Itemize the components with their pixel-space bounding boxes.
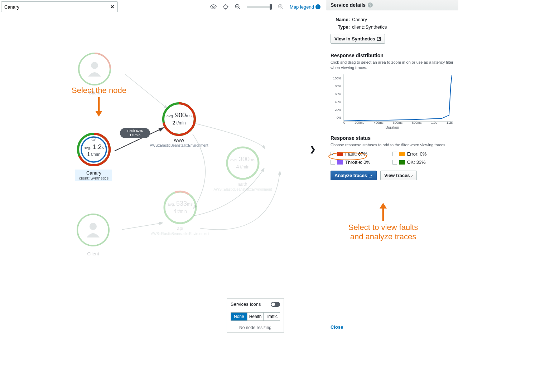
svg-point-1 <box>224 5 228 9</box>
svg-text:AWS::ElasticBeanstalk::Environ: AWS::ElasticBeanstalk::Environment <box>150 143 208 147</box>
zoom-slider-thumb[interactable] <box>270 4 272 10</box>
svg-text:Canary: Canary <box>86 170 101 176</box>
resp-dist-sub: Click and drag to select an area to zoom… <box>331 60 454 71</box>
svg-text:AWS::ElasticBeanstalk::Environ: AWS::ElasticBeanstalk::Environment <box>151 232 209 236</box>
fault-checkbox[interactable] <box>331 152 335 156</box>
svg-line-13 <box>125 74 168 109</box>
error-swatch <box>399 152 405 156</box>
zoom-in-icon[interactable] <box>278 4 284 10</box>
tool-icons: Map legend i <box>210 4 324 10</box>
analyze-traces-button[interactable]: Analyze traces <box>331 171 377 180</box>
chart-icon <box>368 173 373 178</box>
zoom-slider[interactable] <box>247 6 272 8</box>
ok-checkbox[interactable] <box>392 160 397 165</box>
svg-text:Client: Client <box>87 251 99 256</box>
eye-icon[interactable] <box>210 4 217 10</box>
chart-x-labels: 0200ms400ms600ms800ms1.0s1.2s <box>343 121 453 124</box>
close-panel-link[interactable]: Close <box>331 324 343 330</box>
resp-status-title: Response status <box>331 135 454 141</box>
search-box[interactable]: ✕ <box>1 1 118 12</box>
svg-text:Fault 67%: Fault 67% <box>127 129 143 133</box>
seg-traffic[interactable]: Traffic <box>264 313 280 320</box>
svg-point-45 <box>164 192 196 223</box>
svg-text:1 t/min: 1 t/min <box>87 151 100 157</box>
annotation-analyze-traces: Select to view faults and analyze traces <box>346 202 421 242</box>
svg-text:1 t/min: 1 t/min <box>130 133 141 137</box>
edge-fault-badge: Fault 67% 1 t/min <box>120 128 150 138</box>
node-canary[interactable]: avg. 1.2s 1 t/min Canary client::Synthet… <box>75 134 112 181</box>
svg-line-14 <box>122 223 163 230</box>
svg-line-8 <box>238 8 240 9</box>
info-icon: i <box>315 4 320 9</box>
svg-point-20 <box>91 62 98 69</box>
node-www[interactable]: avg. 900ms 2 t/min www AWS::ElasticBeans… <box>150 103 208 147</box>
resize-seg-control: None Health Traffic <box>231 312 280 321</box>
chevron-right-icon: › <box>411 173 413 178</box>
svg-text:4 t/min: 4 t/min <box>236 164 249 170</box>
throttle-swatch <box>337 160 343 165</box>
annotation-select-node: Select the node <box>72 86 126 118</box>
svg-text:client::Synthetics: client::Synthetics <box>79 176 109 180</box>
svg-point-30 <box>94 139 95 139</box>
svg-text:4 t/min: 4 t/min <box>173 208 187 214</box>
ok-swatch <box>399 160 405 165</box>
zoom-out-icon[interactable] <box>235 4 241 10</box>
svg-text:auth: auth <box>238 181 247 187</box>
target-icon[interactable] <box>222 4 229 10</box>
svg-point-23 <box>90 223 97 230</box>
status-fault[interactable]: Fault: 67% <box>331 151 392 157</box>
svg-point-0 <box>213 6 214 8</box>
name-value: Canary <box>352 17 367 22</box>
services-icons-title: Services Icons <box>231 302 261 307</box>
svg-text:2 t/min: 2 t/min <box>172 120 185 126</box>
resp-status-sub: Choose response statuses to add to the f… <box>331 142 454 148</box>
svg-point-40 <box>227 147 259 179</box>
svg-text:www: www <box>174 137 184 143</box>
side-expand-chevron-icon[interactable]: ❯ <box>310 145 316 153</box>
svg-line-12 <box>281 8 283 9</box>
services-icons-panel: Services Icons None Health Traffic No no… <box>227 298 284 333</box>
svg-text:AWS::ElasticBeanstalk::Environ: AWS::ElasticBeanstalk::Environment <box>213 187 272 191</box>
details-header: Service details ? <box>326 0 458 10</box>
resize-label: No node resizing <box>227 323 284 332</box>
seg-none[interactable]: None <box>231 313 247 320</box>
status-ok[interactable]: OK: 33% <box>392 160 454 165</box>
svg-text:api: api <box>177 226 183 231</box>
toolbar: ✕ Map legend i <box>1 1 324 13</box>
resp-dist-title: Response distribution <box>331 53 454 58</box>
fault-swatch <box>337 152 343 156</box>
external-link-icon <box>377 37 381 41</box>
map-legend-label: Map legend <box>290 4 314 10</box>
view-synthetics-button[interactable]: View in Synthetics <box>331 34 385 44</box>
services-icons-toggle[interactable] <box>271 302 280 307</box>
status-error[interactable]: Error: 0% <box>392 151 454 157</box>
type-value: client::Synthetics <box>352 24 387 30</box>
svg-point-29 <box>93 139 93 139</box>
status-throttle[interactable]: Throttle: 0% <box>331 160 392 165</box>
type-label: Type: <box>331 24 350 30</box>
response-distribution-chart[interactable]: 100%80%60%40%20%0% 0200ms400ms600ms800ms… <box>331 74 454 128</box>
view-traces-button[interactable]: View traces › <box>380 171 417 180</box>
search-input[interactable] <box>4 4 110 10</box>
help-icon[interactable]: ? <box>368 3 373 8</box>
chart-y-labels: 100%80%60%40%20%0% <box>331 74 343 122</box>
chart-x-title: Duration <box>331 126 454 129</box>
node-client-bottom[interactable]: Client <box>77 214 109 256</box>
name-label: Name: <box>331 17 350 22</box>
throttle-checkbox[interactable] <box>331 160 335 165</box>
details-title: Service details <box>331 2 366 8</box>
error-checkbox[interactable] <box>392 152 397 156</box>
map-legend-link[interactable]: Map legend i <box>290 4 320 10</box>
service-details-panel: Service details ? Name:Canary Type:clien… <box>326 0 458 333</box>
node-api[interactable]: avg. 533ms 4 t/min api AWS::ElasticBeans… <box>151 191 209 236</box>
clear-search-icon[interactable]: ✕ <box>110 4 115 10</box>
service-map[interactable]: Fault 67% 1 t/min Client Client avg. 1.2… <box>0 13 324 333</box>
seg-health[interactable]: Health <box>247 313 264 320</box>
